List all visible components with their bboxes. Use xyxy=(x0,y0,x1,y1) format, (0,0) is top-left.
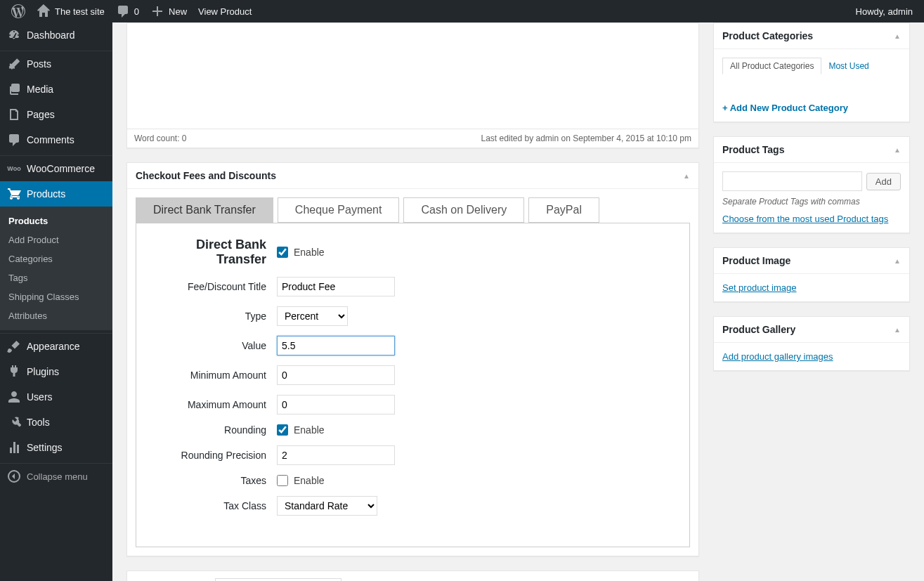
type-label: Type xyxy=(143,311,277,322)
precision-label: Rounding Precision xyxy=(143,450,277,461)
menu-label: Comments xyxy=(27,134,74,145)
tab-direct-bank-transfer[interactable]: Direct Bank Transfer xyxy=(136,197,273,223)
tab-most-used[interactable]: Most Used xyxy=(821,58,876,74)
taxes-enable-label: Enable xyxy=(294,475,325,486)
submenu-categories[interactable]: Categories xyxy=(0,249,112,268)
submenu-add-product[interactable]: Add Product xyxy=(0,230,112,249)
add-tag-button[interactable]: Add xyxy=(866,173,901,190)
submenu-attributes[interactable]: Attributes xyxy=(0,306,112,325)
menu-comments[interactable]: Comments xyxy=(0,127,112,152)
tag-input[interactable] xyxy=(722,171,862,191)
type-select[interactable]: Percent xyxy=(277,306,348,326)
howdy-text: Howdy, admin xyxy=(856,6,913,17)
menu-label: Users xyxy=(27,391,53,403)
product-categories-postbox: Product Categories ▲ All Product Categor… xyxy=(713,22,910,122)
site-name[interactable]: The test site xyxy=(31,0,110,22)
collapse-icon xyxy=(7,469,21,483)
rounding-enable-label: Enable xyxy=(294,424,325,436)
title-label: Fee/Discount Title xyxy=(143,281,277,292)
menu-posts[interactable]: Posts xyxy=(0,51,112,77)
postbox-title: Product Tags xyxy=(722,144,784,155)
menu-plugins[interactable]: Plugins xyxy=(0,359,112,384)
comment-icon xyxy=(7,133,21,147)
plus-icon xyxy=(150,4,164,18)
gateway-heading: Direct Bank Transfer xyxy=(143,237,277,267)
menu-collapse[interactable]: Collapse menu xyxy=(0,464,112,489)
enable-label: Enable xyxy=(294,247,325,258)
menu-label: Posts xyxy=(27,58,51,70)
menu-label: Plugins xyxy=(27,366,59,377)
tax-class-label: Tax Class xyxy=(143,500,277,511)
menu-users[interactable]: Users xyxy=(0,384,112,410)
set-image-link[interactable]: Set product image xyxy=(722,282,797,293)
home-icon xyxy=(37,4,51,18)
collapse-icon[interactable]: ▲ xyxy=(894,326,901,334)
taxes-label: Taxes xyxy=(143,475,277,486)
choose-tags-link[interactable]: Choose from the most used Product tags xyxy=(722,214,888,224)
new-label: New xyxy=(169,6,187,17)
settings-icon xyxy=(7,440,21,455)
max-input[interactable] xyxy=(277,395,395,414)
collapse-icon[interactable]: ▲ xyxy=(894,257,901,265)
menu-products[interactable]: Products xyxy=(0,181,112,207)
menu-appearance[interactable]: Appearance xyxy=(0,334,112,359)
product-data-postbox: Product Data — Simple product Virtual: D… xyxy=(126,570,699,581)
collapse-icon[interactable]: ▲ xyxy=(683,172,690,180)
menu-label: Settings xyxy=(27,442,63,453)
collapse-icon[interactable]: ▲ xyxy=(894,32,901,40)
postbox-title: Product Categories xyxy=(722,30,813,41)
word-count: Word count: 0 xyxy=(134,133,186,143)
menu-pages[interactable]: Pages xyxy=(0,102,112,127)
site-title-text: The test site xyxy=(55,6,105,17)
pin-icon xyxy=(7,57,21,71)
menu-woocommerce[interactable]: Woo WooCommerce xyxy=(0,156,112,181)
postbox-title: Product Image xyxy=(722,255,790,266)
tab-cheque-payment[interactable]: Cheque Payment xyxy=(278,197,400,223)
menu-label: Dashboard xyxy=(27,30,75,41)
tax-class-select[interactable]: Standard Rate xyxy=(277,496,377,516)
submenu-shipping-classes[interactable]: Shipping Classes xyxy=(0,287,112,306)
checkout-fees-postbox: Checkout Fees and Discounts ▲ Direct Ban… xyxy=(126,162,699,556)
wp-logo[interactable] xyxy=(6,0,31,22)
howdy-user[interactable]: Howdy, admin xyxy=(850,0,918,22)
menu-settings[interactable]: Settings xyxy=(0,435,112,460)
menu-label: Media xyxy=(27,84,53,95)
comment-icon xyxy=(116,4,130,18)
product-image-postbox: Product Image ▲ Set product image xyxy=(713,247,910,302)
media-icon xyxy=(7,82,21,96)
menu-dashboard[interactable]: Dashboard xyxy=(0,22,112,48)
product-type-select[interactable]: Simple product xyxy=(215,578,341,581)
precision-input[interactable] xyxy=(277,445,395,465)
submenu-tags[interactable]: Tags xyxy=(0,268,112,287)
plugin-icon xyxy=(7,365,21,379)
new-content[interactable]: New xyxy=(145,0,193,22)
gateway-tabs: Direct Bank Transfer Cheque Payment Cash… xyxy=(136,197,690,223)
add-gallery-link[interactable]: Add product gallery images xyxy=(722,351,833,362)
content: Word count: 0 Last edited by admin on Se… xyxy=(112,22,924,581)
view-product-link[interactable]: View Product xyxy=(193,0,257,22)
min-input[interactable] xyxy=(277,365,395,385)
tab-cash-on-delivery[interactable]: Cash on Delivery xyxy=(403,197,524,223)
title-input[interactable] xyxy=(277,277,395,296)
woo-icon: Woo xyxy=(7,162,21,176)
value-input[interactable] xyxy=(277,336,395,355)
menu-tools[interactable]: Tools xyxy=(0,410,112,435)
rounding-checkbox[interactable] xyxy=(277,424,288,436)
add-category-link[interactable]: + Add New Product Category xyxy=(722,103,848,113)
editor-footer: Word count: 0 Last edited by admin on Se… xyxy=(127,129,698,148)
user-icon xyxy=(7,390,21,404)
submenu-products-list[interactable]: Products xyxy=(0,211,112,230)
editor-body[interactable] xyxy=(127,23,698,129)
enable-checkbox[interactable] xyxy=(277,247,288,258)
comments-link[interactable]: 0 xyxy=(110,0,145,22)
tags-hint: Separate Product Tags with commas xyxy=(722,197,901,207)
tab-paypal[interactable]: PayPal xyxy=(528,197,599,223)
product-tags-postbox: Product Tags ▲ Add Separate Product Tags… xyxy=(713,136,910,233)
settings-panel: Direct Bank Transfer Enable Fee/Discount… xyxy=(136,223,690,547)
collapse-icon[interactable]: ▲ xyxy=(894,146,901,154)
taxes-checkbox[interactable] xyxy=(277,475,288,486)
postbox-title: Checkout Fees and Discounts xyxy=(136,170,276,181)
menu-media[interactable]: Media xyxy=(0,77,112,102)
menu-label: Products xyxy=(27,188,65,200)
tab-all-categories[interactable]: All Product Categories xyxy=(722,58,821,74)
